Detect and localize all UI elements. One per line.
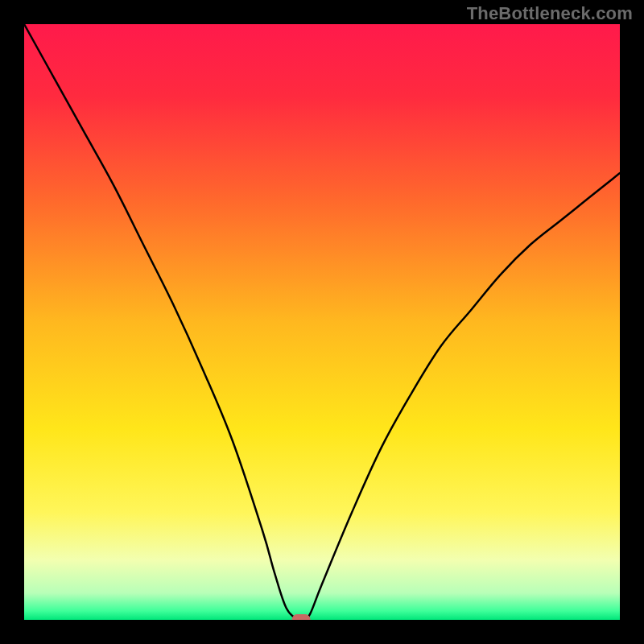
optimum-marker [292, 615, 310, 625]
plot-background [24, 24, 620, 620]
chart-frame: { "watermark": "TheBottleneck.com", "col… [0, 0, 644, 644]
bottleneck-chart [0, 0, 644, 644]
